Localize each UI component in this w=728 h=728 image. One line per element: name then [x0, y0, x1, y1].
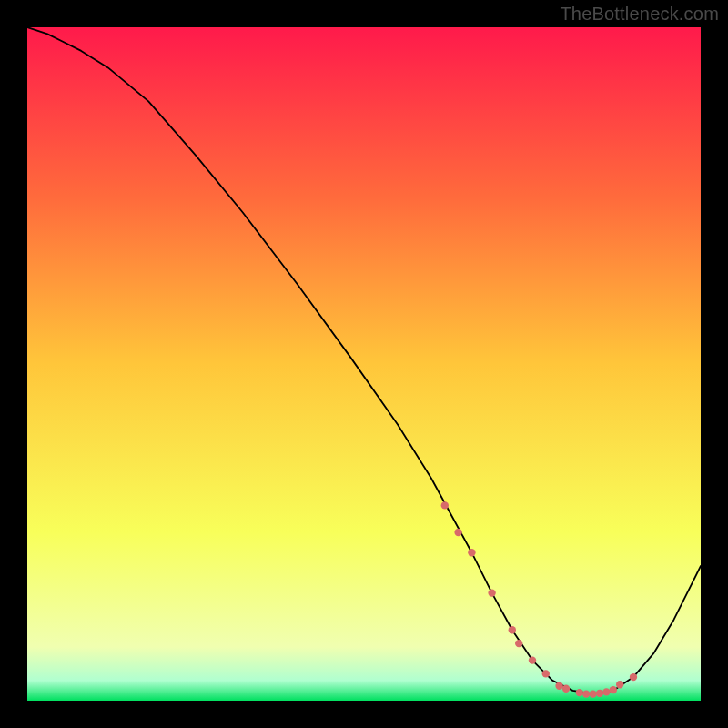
- marker-dot: [468, 549, 475, 556]
- marker-dot: [596, 690, 603, 697]
- marker-dot: [602, 688, 610, 695]
- marker-dot: [542, 670, 550, 677]
- marker-dot: [616, 681, 623, 688]
- marker-dot: [555, 682, 562, 690]
- marker-dot: [582, 690, 590, 697]
- marker-dot: [441, 501, 449, 509]
- marker-dot: [509, 626, 516, 633]
- marker-dot: [610, 686, 617, 693]
- chart-container: TheBottleneck.com: [0, 0, 728, 728]
- marker-dot: [562, 684, 570, 692]
- marker-dot: [488, 589, 495, 596]
- plot-area: [27, 27, 701, 701]
- marker-dot: [454, 529, 461, 536]
- marker-dot: [529, 656, 536, 663]
- chart-svg: [27, 27, 701, 701]
- gradient-background: [27, 27, 701, 701]
- marker-dot: [515, 640, 522, 647]
- marker-dot: [576, 689, 583, 696]
- marker-dot: [630, 673, 637, 681]
- watermark-label: TheBottleneck.com: [560, 4, 719, 25]
- marker-dot: [589, 690, 596, 697]
